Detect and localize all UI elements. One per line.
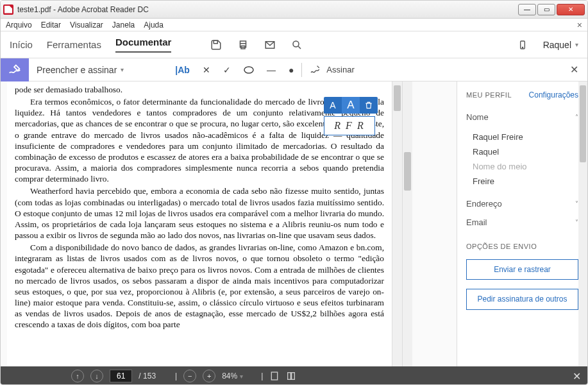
zoom-dropdown[interactable]: 84%▾: [222, 372, 243, 381]
print-icon[interactable]: [237, 38, 249, 51]
chevron-down-icon: ▾: [240, 373, 243, 380]
svg-rect-10: [292, 373, 295, 380]
menubar: Arquivo Editar Visualizar Janela Ajuda ×: [1, 19, 587, 31]
menubar-close-icon[interactable]: ×: [577, 20, 582, 30]
nav-ferramentas[interactable]: Ferramentas: [47, 39, 101, 50]
window-title: teste1.pdf - Adobe Acrobat Reader DC: [17, 5, 518, 14]
menu-arquivo[interactable]: Arquivo: [6, 21, 32, 30]
doc-paragraph: Weatherford havia percebido que, embora …: [15, 185, 384, 241]
fill-sign-dropdown[interactable]: Preencher e assinar▾: [37, 65, 124, 75]
text-size-large[interactable]: A: [342, 97, 360, 114]
svg-point-7: [244, 67, 253, 73]
menu-visualizar[interactable]: Visualizar: [70, 21, 103, 30]
bottom-bar: ↑ ↓ 61 / 153 | − + 84%▾ | ✕: [1, 366, 587, 385]
search-icon[interactable]: [290, 38, 303, 51]
app-icon: [3, 4, 13, 15]
zoom-out-button[interactable]: −: [183, 370, 196, 382]
zoom-in-button[interactable]: +: [203, 370, 215, 382]
delete-annotation-icon[interactable]: [360, 97, 378, 114]
dot-tool[interactable]: ●: [289, 65, 294, 75]
check-tool[interactable]: ✓: [223, 65, 231, 75]
mobile-icon[interactable]: [516, 38, 529, 51]
document-area: pode ser demasiado trabalhoso. Era termo…: [1, 81, 457, 366]
config-link[interactable]: Configurações: [529, 90, 578, 99]
svg-rect-9: [288, 373, 291, 380]
email-section[interactable]: Email ˅: [466, 215, 578, 230]
name-middle[interactable]: Nome do meio: [473, 162, 578, 171]
svg-point-4: [293, 41, 299, 47]
doc-paragraph: pode ser demasiado trabalhoso.: [15, 84, 384, 95]
scrollbar-thumb[interactable]: [394, 85, 401, 111]
maximize-button[interactable]: ▭: [537, 4, 555, 15]
page-total: / 153: [139, 372, 156, 381]
close-toolbar-icon[interactable]: ✕: [570, 64, 578, 76]
page-number-input[interactable]: 61: [110, 370, 132, 382]
separator: [301, 63, 302, 77]
chevron-down-icon: ▾: [121, 66, 124, 73]
scrollbar-thumb[interactable]: [580, 85, 586, 162]
menu-editar[interactable]: Editar: [41, 21, 61, 30]
menu-ajuda[interactable]: Ajuda: [144, 21, 164, 30]
fill-sign-icon[interactable]: [1, 58, 29, 81]
doc-paragraph: Com a disponibilidade do novo banco de d…: [15, 242, 384, 330]
close-bottombar-icon[interactable]: ✕: [573, 370, 581, 382]
send-options-heading: OPÇÕES DE ENVIO: [466, 243, 578, 250]
outer-scrollbar[interactable]: [402, 81, 412, 366]
annotation-size-toolbar: A A: [324, 97, 378, 114]
separator: |: [261, 372, 263, 381]
sidebar: MEU PERFIL Configurações Nome ˄ Raquel F…: [457, 81, 587, 366]
chevron-down-icon: ▾: [575, 41, 578, 48]
inner-scrollbar[interactable]: [392, 81, 402, 366]
sidebar-scrollbar[interactable]: [578, 81, 587, 366]
fit-page-icon[interactable]: [269, 371, 280, 381]
mail-icon[interactable]: [264, 38, 276, 51]
svg-point-6: [522, 47, 523, 47]
topbar: Início Ferramentas Documentar Raquel▾: [1, 31, 587, 58]
svg-rect-0: [214, 40, 218, 44]
nav-inicio[interactable]: Início: [10, 39, 33, 50]
svg-rect-8: [272, 372, 278, 380]
fit-width-icon[interactable]: [286, 371, 296, 381]
separator: |: [175, 372, 177, 381]
close-button[interactable]: ✕: [557, 4, 585, 15]
circle-tool[interactable]: [244, 66, 254, 74]
x-mark-tool[interactable]: ✕: [203, 65, 210, 75]
name-last[interactable]: Freire: [473, 176, 578, 186]
page-up-button[interactable]: ↑: [71, 370, 84, 382]
save-icon[interactable]: [210, 38, 223, 51]
sign-button[interactable]: Assinar: [310, 65, 354, 75]
name-section[interactable]: Nome ˄: [466, 110, 578, 124]
profile-heading: MEU PERFIL: [466, 91, 512, 99]
menu-janela[interactable]: Janela: [112, 21, 135, 30]
user-menu[interactable]: Raquel▾: [543, 40, 578, 50]
signature-annotation[interactable]: R F R: [324, 116, 375, 135]
page-down-button[interactable]: ↓: [90, 370, 103, 382]
minimize-button[interactable]: ―: [518, 4, 536, 15]
fill-sign-toolbar: Preencher e assinar▾ |Ab ✕ ✓ — ● Assinar…: [1, 58, 587, 81]
name-full[interactable]: Raquel Freire: [473, 132, 578, 142]
user-name: Raquel: [543, 40, 571, 50]
titlebar: teste1.pdf - Adobe Acrobat Reader DC ― ▭…: [1, 1, 587, 19]
text-tool[interactable]: |Ab: [175, 65, 190, 75]
send-track-button[interactable]: Enviar e rastrear: [466, 259, 578, 280]
request-signature-button[interactable]: Pedir assinatura de outros: [466, 289, 578, 309]
nav-documentar[interactable]: Documentar: [115, 37, 172, 53]
text-size-small[interactable]: A: [324, 97, 342, 114]
scrollbar-thumb[interactable]: [404, 152, 411, 191]
address-section[interactable]: Endereço ˅: [466, 196, 578, 211]
name-first[interactable]: Raquel: [473, 147, 578, 157]
line-tool[interactable]: —: [267, 65, 276, 75]
